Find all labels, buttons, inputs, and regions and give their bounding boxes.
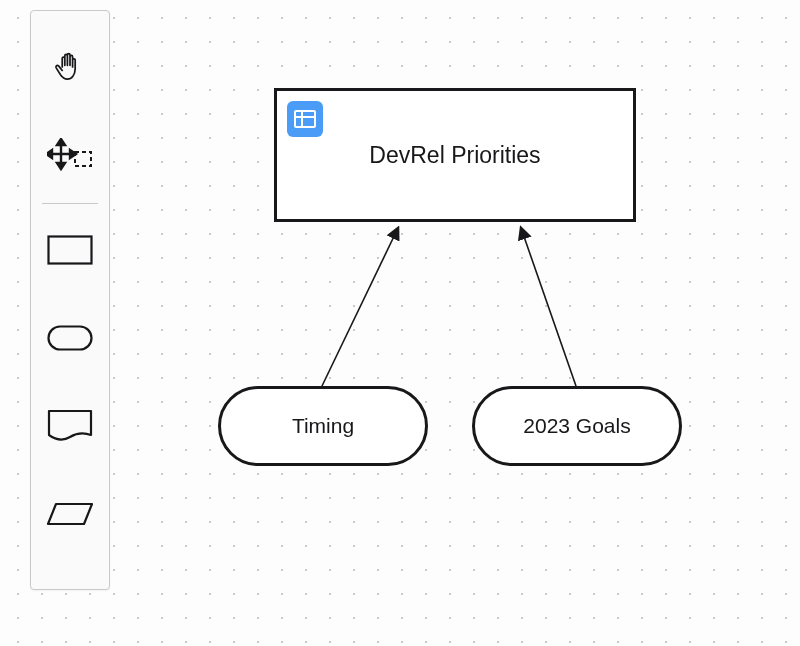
svg-rect-8 [49, 327, 92, 350]
hand-icon [51, 48, 89, 86]
node-label: Timing [292, 414, 354, 438]
svg-marker-2 [57, 139, 65, 145]
node-2023-goals[interactable]: 2023 Goals [472, 386, 682, 466]
svg-marker-4 [47, 150, 52, 158]
svg-rect-7 [49, 237, 92, 264]
rounded-rect-icon [47, 325, 93, 351]
node-devrel-priorities[interactable]: DevRel Priorities [274, 88, 636, 222]
toolbar-divider [42, 203, 98, 204]
svg-marker-3 [57, 163, 65, 169]
node-label: 2023 Goals [523, 414, 630, 438]
rectangle-shape-tool[interactable] [40, 220, 100, 280]
table-grid-icon [294, 110, 316, 128]
select-tool[interactable] [40, 125, 100, 185]
note-shape-tool[interactable] [40, 396, 100, 456]
parallelogram-icon [46, 502, 94, 526]
svg-marker-9 [48, 504, 92, 524]
svg-rect-10 [295, 111, 315, 127]
parallelogram-tool[interactable] [40, 484, 100, 544]
note-shape-icon [47, 409, 93, 443]
crosshair-select-icon [47, 138, 93, 172]
hand-tool[interactable] [40, 37, 100, 97]
node-badge [287, 101, 323, 137]
node-timing[interactable]: Timing [218, 386, 428, 466]
rounded-rect-tool[interactable] [40, 308, 100, 368]
node-label: DevRel Priorities [369, 142, 540, 169]
rectangle-icon [47, 235, 93, 265]
shape-toolbar [30, 10, 110, 590]
